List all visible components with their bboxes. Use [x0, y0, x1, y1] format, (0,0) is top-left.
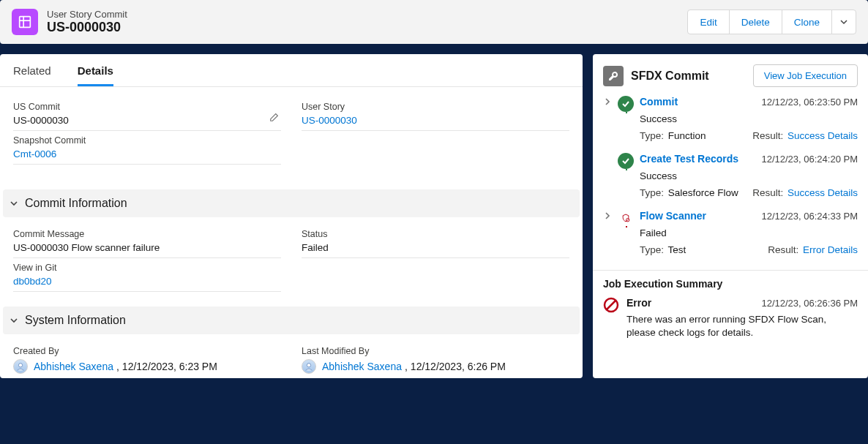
step-status: Failed — [640, 227, 667, 238]
result-label: Result: — [752, 130, 783, 141]
step-result-link[interactable]: Success Details — [787, 187, 858, 198]
field-status: Status Failed — [302, 225, 569, 258]
view-job-execution-button[interactable]: View Job Execution — [753, 64, 858, 87]
field-value: US-0000030 — [13, 115, 281, 126]
summary-status: Error — [626, 297, 651, 309]
field-label: US Commit — [13, 102, 281, 112]
field-label: Created By — [13, 346, 281, 356]
modified-by-user-link[interactable]: Abhishek Saxena — [322, 361, 402, 372]
record-title: US-0000030 — [47, 20, 127, 35]
step-type: Salesforce Flow — [668, 187, 738, 198]
step-create-test-records: Create Test Records 12/12/23, 06:24:20 P… — [603, 153, 858, 210]
created-by-user-link[interactable]: Abhishek Saxena — [34, 361, 113, 372]
avatar-icon — [302, 359, 316, 374]
field-view-in-git: View in Git db0bd20 — [13, 258, 281, 292]
type-label: Type: — [640, 130, 664, 141]
svg-point-3 — [18, 364, 22, 367]
type-label: Type: — [640, 244, 664, 255]
step-timestamp: 12/12/23, 06:23:50 PM — [761, 97, 858, 108]
sfdx-commit-panel: SFDX Commit View Job Execution — [593, 54, 868, 378]
success-icon — [618, 153, 634, 169]
chevron-down-icon — [9, 198, 19, 208]
field-value: Failed — [302, 242, 569, 253]
modified-by-timestamp: 12/12/2023, 6:26 PM — [411, 361, 506, 372]
step-flow-scanner: Flow Scanner 12/12/23, 06:24:33 PM Faile… — [603, 210, 858, 267]
field-label: Status — [302, 229, 569, 239]
section-title: System Information — [25, 314, 126, 327]
snapshot-commit-link[interactable]: Cmt-0006 — [13, 148, 281, 159]
result-label: Result: — [768, 244, 798, 255]
field-snapshot-commit: Snapshot Commit Cmt-0006 — [13, 131, 281, 165]
chevron-down-icon — [9, 315, 19, 326]
field-value: US-0000030 Flow scanner failure — [13, 242, 281, 253]
field-label: Snapshot Commit — [13, 135, 281, 146]
field-label: Commit Message — [13, 229, 281, 239]
tab-related[interactable]: Related — [13, 54, 51, 86]
clone-button[interactable]: Clone — [782, 10, 832, 34]
chevron-right-icon[interactable] — [603, 211, 615, 223]
panel-title: SFDX Commit — [631, 69, 709, 83]
edit-field-icon[interactable] — [269, 112, 280, 124]
type-label: Type: — [640, 187, 664, 198]
record-type-label: User Story Commit — [47, 9, 127, 20]
success-icon — [618, 96, 634, 112]
step-status: Success — [640, 170, 677, 181]
step-result-link[interactable]: Success Details — [787, 130, 858, 141]
chevron-down-icon — [840, 18, 848, 26]
summary-timestamp: 12/12/23, 06:26:36 PM — [761, 298, 858, 309]
section-system-information[interactable]: System Information — [3, 306, 580, 334]
field-label: View in Git — [13, 263, 281, 273]
field-last-modified-by: Last Modified By Abhishek Saxena, 12/12/… — [302, 342, 569, 378]
field-label: Last Modified By — [302, 346, 569, 356]
step-commit: Commit 12/12/23, 06:23:50 PM Success Typ… — [603, 96, 858, 153]
svg-rect-0 — [20, 17, 31, 28]
step-name-link[interactable]: Commit — [640, 96, 678, 108]
section-title: Commit Information — [25, 197, 127, 210]
svg-line-8 — [607, 301, 616, 309]
summary-title: Job Execution Summary — [603, 278, 858, 290]
header-actions: Edit Delete Clone — [688, 10, 856, 34]
field-commit-message: Commit Message US-0000030 Flow scanner f… — [13, 225, 281, 258]
avatar-icon — [13, 359, 28, 374]
step-name-link[interactable]: Create Test Records — [640, 153, 738, 165]
tabs: Related Details — [0, 54, 583, 87]
section-commit-information[interactable]: Commit Information — [3, 189, 580, 217]
error-icon — [603, 297, 619, 313]
record-header: User Story Commit US-0000030 Edit Delete… — [0, 0, 868, 44]
step-timestamp: 12/12/23, 06:24:33 PM — [761, 211, 858, 222]
svg-point-4 — [307, 364, 310, 367]
more-actions-button[interactable] — [831, 10, 856, 34]
result-label: Result: — [752, 187, 783, 198]
edit-button[interactable]: Edit — [687, 10, 729, 34]
step-type: Test — [668, 244, 686, 255]
delete-button[interactable]: Delete — [729, 10, 782, 34]
field-user-story: User Story US-0000030 — [302, 97, 569, 131]
field-us-commit: US Commit US-0000030 — [13, 97, 281, 131]
step-result-link[interactable]: Error Details — [803, 244, 858, 255]
git-link[interactable]: db0bd20 — [13, 276, 281, 287]
step-status: Success — [640, 113, 677, 124]
user-story-link[interactable]: US-0000030 — [302, 115, 569, 126]
record-type-icon — [12, 9, 38, 35]
chevron-right-icon[interactable] — [603, 97, 615, 109]
details-panel: Related Details US Commit US-0000030 Use… — [0, 54, 583, 378]
failed-shield-icon — [618, 210, 634, 226]
step-name-link[interactable]: Flow Scanner — [640, 210, 706, 222]
job-execution-summary: Job Execution Summary Error 12/12/23, 06… — [593, 270, 868, 339]
field-label: User Story — [302, 102, 569, 112]
tab-details[interactable]: Details — [78, 54, 113, 86]
step-timestamp: 12/12/23, 06:24:20 PM — [761, 154, 858, 165]
step-type: Function — [668, 130, 706, 141]
field-created-by: Created By Abhishek Saxena, 12/12/2023, … — [13, 342, 281, 378]
created-by-timestamp: 12/12/2023, 6:23 PM — [122, 361, 217, 372]
wrench-icon — [603, 66, 624, 86]
summary-message: There was an error running SFDX Flow Sca… — [626, 313, 858, 339]
